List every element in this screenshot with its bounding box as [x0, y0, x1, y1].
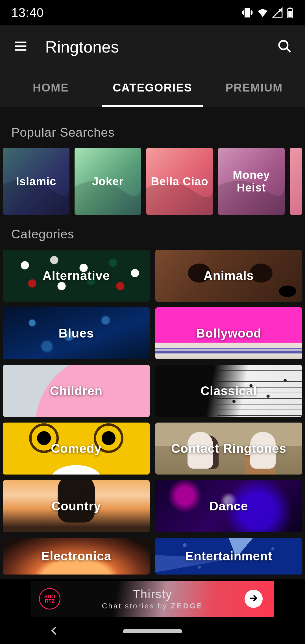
svg-rect-0	[245, 8, 250, 17]
tab-categories[interactable]: CATEGORIES	[102, 68, 203, 107]
category-card-children[interactable]: Children	[3, 365, 150, 417]
tab-premium[interactable]: PREMIUM	[203, 68, 305, 107]
categories-heading: Categories	[0, 215, 305, 250]
popular-card-islamic[interactable]: Islamic	[3, 148, 69, 215]
category-label: Animals	[204, 269, 254, 283]
popular-heading: Popular Searches	[0, 119, 305, 148]
tab-bar: HOME CATEGORIES PREMIUM	[0, 68, 305, 107]
tab-label: PREMIUM	[226, 81, 283, 94]
popular-label: Joker	[92, 175, 124, 188]
category-label: Comedy	[51, 441, 102, 456]
status-bar: 13:40	[0, 0, 305, 25]
ad-title: Thirsty	[60, 588, 245, 601]
popular-card-peek[interactable]	[290, 148, 302, 215]
svg-rect-4	[15, 42, 27, 43]
category-label: Children	[50, 384, 103, 398]
wifi-icon	[256, 6, 269, 19]
search-icon	[276, 38, 292, 55]
svg-rect-5	[15, 45, 27, 47]
arrow-right-icon	[248, 593, 259, 605]
popular-card-joker[interactable]: Joker	[75, 148, 141, 215]
tab-label: CATEGORIES	[113, 81, 192, 94]
svg-rect-3	[289, 8, 291, 9]
category-card-classical[interactable]: Classical	[155, 365, 302, 417]
popular-card-money-heist[interactable]: Money Heist	[218, 148, 285, 215]
battery-icon	[286, 7, 294, 18]
popular-searches-row[interactable]: Islamic Joker Bella Ciao Money Heist	[0, 148, 305, 215]
category-label: Blues	[59, 326, 94, 340]
category-card-blues[interactable]: Blues	[3, 307, 150, 359]
vibrate-icon	[242, 7, 253, 18]
category-card-dance[interactable]: Dance	[155, 480, 302, 532]
category-label: Bollywood	[196, 326, 261, 340]
category-label: Entertainment	[185, 549, 273, 563]
ad-banner[interactable]: SHO RTZ Thirsty Chat stories by ZEDGE	[31, 581, 274, 617]
category-card-bollywood[interactable]: Bollywood	[155, 307, 302, 359]
ad-banner-container: SHO RTZ Thirsty Chat stories by ZEDGE	[0, 579, 305, 619]
category-label: Dance	[209, 499, 248, 513]
popular-label: Islamic	[16, 175, 56, 188]
category-card-contact-ringtones[interactable]: Contact Ringtones	[155, 423, 302, 475]
system-nav-bar	[0, 619, 305, 644]
categories-grid: Alternative Animals Blues Bollywood Chil…	[0, 250, 305, 575]
category-card-entertainment[interactable]: Entertainment	[155, 538, 302, 575]
category-card-country[interactable]: Country	[3, 480, 150, 532]
svg-line-8	[287, 48, 290, 52]
ad-subtitle: Chat stories by ZEDGE	[60, 602, 245, 610]
category-card-comedy[interactable]: Comedy	[3, 423, 150, 475]
ad-text-block: Thirsty Chat stories by ZEDGE	[60, 588, 245, 610]
svg-rect-2	[288, 11, 292, 17]
content-scroll[interactable]: Popular Searches Islamic Joker Bella Cia…	[0, 107, 305, 579]
svg-point-7	[279, 41, 287, 49]
category-label: Classical	[201, 384, 257, 398]
chevron-left-icon	[48, 633, 60, 638]
status-time: 13:40	[11, 6, 44, 20]
ad-badge-text: SHO RTZ	[44, 594, 55, 603]
ad-go-button[interactable]	[245, 590, 263, 608]
category-label: Country	[51, 499, 101, 513]
category-card-animals[interactable]: Animals	[155, 250, 302, 302]
menu-button[interactable]	[10, 36, 31, 57]
tab-label: HOME	[33, 81, 69, 94]
nav-home-pill[interactable]	[123, 629, 182, 633]
popular-label: Bella Ciao	[151, 175, 208, 188]
category-label: Electronica	[41, 549, 111, 563]
app-bar: Ringtones	[0, 25, 305, 68]
page-title: Ringtones	[45, 37, 274, 56]
popular-card-bella-ciao[interactable]: Bella Ciao	[146, 148, 213, 215]
tab-home[interactable]: HOME	[0, 68, 102, 107]
popular-label: Money Heist	[221, 169, 282, 194]
svg-rect-6	[15, 49, 27, 51]
category-card-electronica[interactable]: Electronica	[3, 538, 150, 575]
nav-back-button[interactable]	[48, 625, 60, 638]
ad-brand-badge: SHO RTZ	[39, 588, 60, 610]
hamburger-icon	[13, 38, 28, 55]
category-label: Contact Ringtones	[171, 441, 286, 456]
status-icons	[242, 6, 294, 19]
category-card-alternative[interactable]: Alternative	[3, 250, 150, 302]
category-label: Alternative	[43, 269, 110, 283]
cellular-no-signal-icon	[272, 7, 283, 18]
search-button[interactable]	[274, 36, 295, 57]
